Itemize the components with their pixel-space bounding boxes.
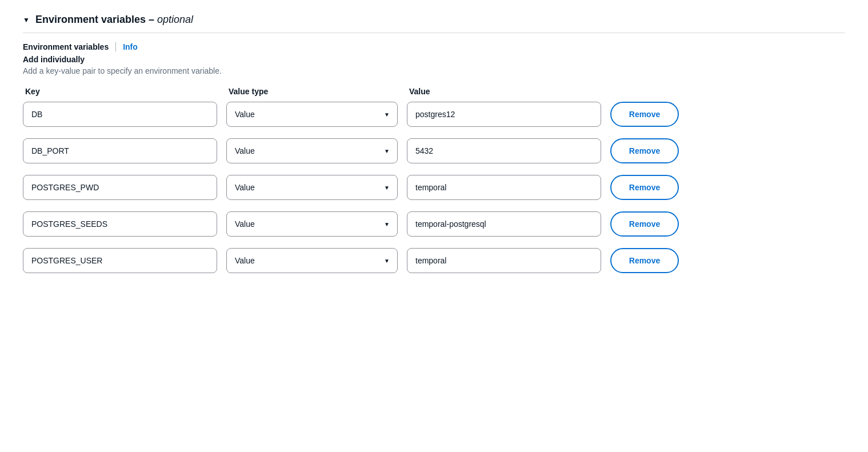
info-link[interactable]: Info [123, 42, 138, 51]
remove-button[interactable]: Remove [610, 138, 679, 163]
value-input[interactable] [407, 175, 601, 200]
toggle-icon[interactable]: ▼ [23, 16, 30, 24]
key-input[interactable] [23, 138, 217, 163]
value-type-select[interactable]: ValueValueFrom [226, 211, 398, 237]
section-title-optional: optional [157, 14, 193, 25]
env-rows-container: ValueValueFrom▼RemoveValueValueFrom▼Remo… [23, 102, 845, 273]
col-header-value-type: Value type [229, 87, 400, 96]
remove-button[interactable]: Remove [610, 102, 679, 127]
add-individually-title: Add individually [23, 55, 845, 64]
value-type-select[interactable]: ValueValueFrom [226, 138, 398, 163]
col-header-value: Value [409, 87, 603, 96]
value-type-select-wrapper: ValueValueFrom▼ [226, 175, 398, 200]
value-type-select-wrapper: ValueValueFrom▼ [226, 138, 398, 163]
table-row: ValueValueFrom▼Remove [23, 211, 845, 237]
section-title: Environment variables – optional [35, 14, 193, 26]
table-row: ValueValueFrom▼Remove [23, 175, 845, 200]
remove-button[interactable]: Remove [610, 248, 679, 273]
key-input[interactable] [23, 248, 217, 273]
table-row: ValueValueFrom▼Remove [23, 248, 845, 273]
subsection-label: Environment variables Info [23, 42, 845, 51]
section-header: ▼ Environment variables – optional [23, 14, 845, 33]
section-title-text: Environment variables – [35, 14, 157, 25]
value-type-select-wrapper: ValueValueFrom▼ [226, 211, 398, 237]
col-header-key: Key [25, 87, 219, 96]
env-variables-section: ▼ Environment variables – optional Envir… [0, 0, 868, 298]
value-input[interactable] [407, 138, 601, 163]
label-divider [115, 42, 116, 51]
value-input[interactable] [407, 248, 601, 273]
table-row: ValueValueFrom▼Remove [23, 102, 845, 127]
value-type-select[interactable]: ValueValueFrom [226, 248, 398, 273]
table-row: ValueValueFrom▼Remove [23, 138, 845, 163]
add-individually-desc: Add a key-value pair to specify an envir… [23, 66, 845, 75]
remove-button[interactable]: Remove [610, 175, 679, 200]
value-type-select-wrapper: ValueValueFrom▼ [226, 102, 398, 127]
key-input[interactable] [23, 175, 217, 200]
value-type-select-wrapper: ValueValueFrom▼ [226, 248, 398, 273]
key-input[interactable] [23, 211, 217, 237]
value-type-select[interactable]: ValueValueFrom [226, 102, 398, 127]
value-type-select[interactable]: ValueValueFrom [226, 175, 398, 200]
env-variables-label: Environment variables [23, 42, 109, 51]
columns-header: Key Value type Value [23, 87, 845, 96]
remove-button[interactable]: Remove [610, 211, 679, 237]
value-input[interactable] [407, 102, 601, 127]
key-input[interactable] [23, 102, 217, 127]
value-input[interactable] [407, 211, 601, 237]
